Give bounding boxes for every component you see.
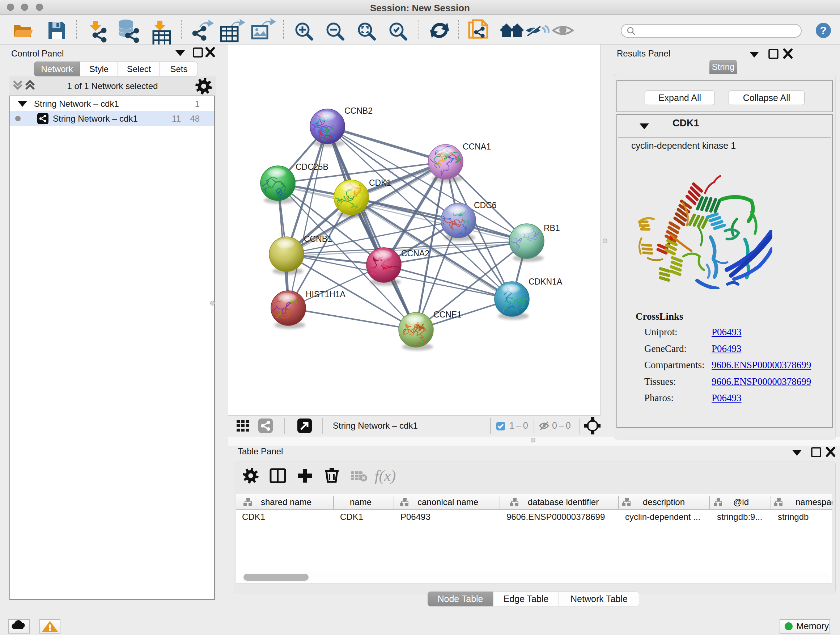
svg-text:database identifier: database identifier — [528, 497, 599, 507]
svg-text:CCNA2: CCNA2 — [401, 249, 429, 258]
svg-text:CDK1: CDK1 — [369, 178, 391, 187]
svg-text:CDC6: CDC6 — [474, 201, 497, 210]
svg-text:namespac: namespac — [796, 497, 832, 507]
svg-text:RB1: RB1 — [544, 223, 560, 233]
svg-text:CCNB1: CCNB1 — [304, 234, 332, 244]
svg-text:?: ? — [820, 24, 827, 36]
svg-text:CDC25B: CDC25B — [295, 162, 328, 172]
svg-text:name: name — [350, 497, 371, 507]
svg-text:CDKN1A: CDKN1A — [529, 277, 562, 287]
svg-text:@id: @id — [733, 497, 749, 507]
svg-text:CCNE1: CCNE1 — [433, 310, 462, 319]
svg-text:HIST1H1A: HIST1H1A — [306, 290, 346, 299]
svg-text:canonical name: canonical name — [417, 497, 478, 507]
svg-text:CCNB2: CCNB2 — [344, 106, 373, 116]
svg-text:description: description — [643, 497, 685, 507]
svg-text:f(x): f(x) — [375, 467, 396, 485]
svg-text:String Network – cdk1: String Network – cdk1 — [333, 421, 418, 431]
svg-text:shared name: shared name — [261, 497, 311, 507]
svg-text:0 – 0: 0 – 0 — [552, 420, 571, 431]
svg-text:1 – 0: 1 – 0 — [509, 420, 528, 431]
svg-text:CCNA1: CCNA1 — [463, 142, 491, 151]
